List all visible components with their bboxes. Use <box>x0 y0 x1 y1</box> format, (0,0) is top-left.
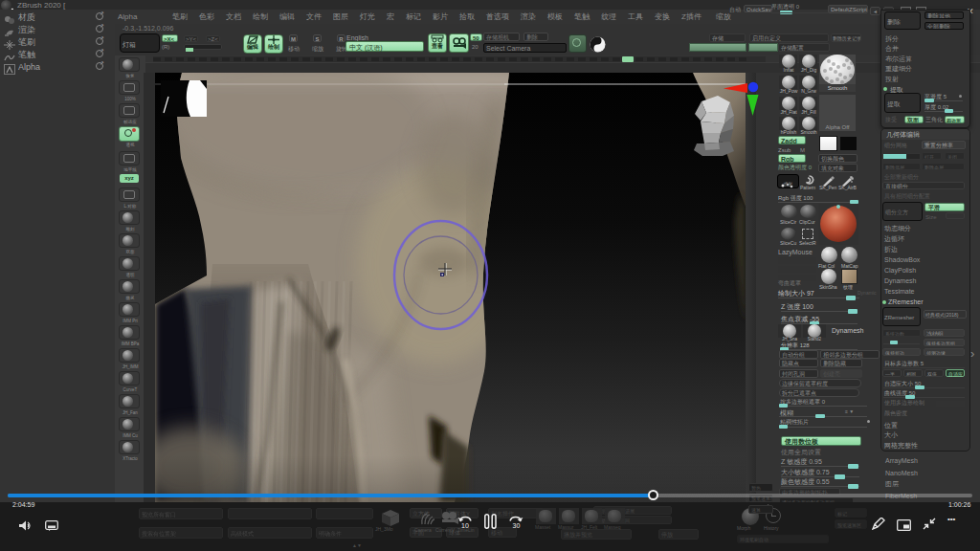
svg-text:10: 10 <box>461 522 469 529</box>
svg-text:30: 30 <box>513 522 521 529</box>
